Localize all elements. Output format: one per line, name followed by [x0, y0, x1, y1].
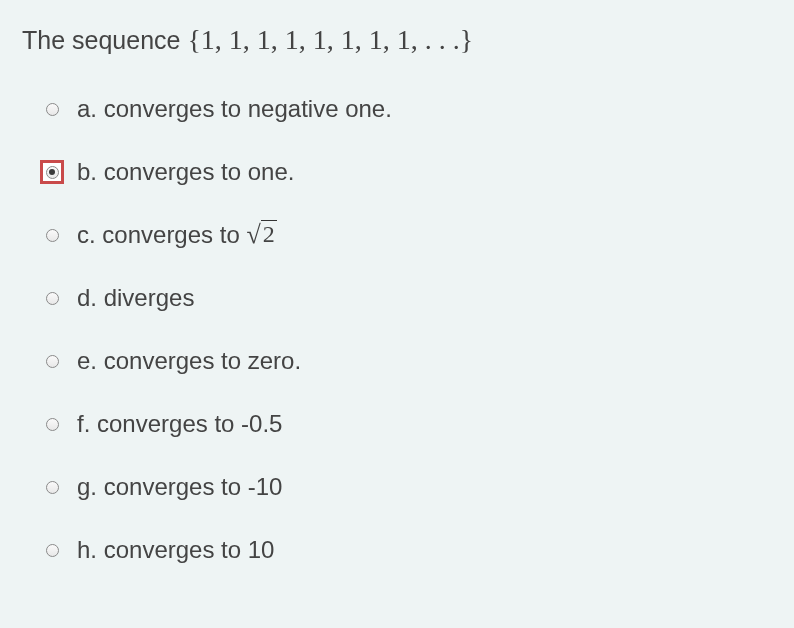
radio-wrapper-g — [40, 475, 64, 499]
question-prefix: The sequence — [22, 26, 187, 54]
radio-a[interactable] — [46, 103, 59, 116]
option-g[interactable]: g. converges to -10 — [40, 472, 772, 502]
radio-b[interactable] — [46, 166, 59, 179]
radio-g[interactable] — [46, 481, 59, 494]
question-math: {1, 1, 1, 1, 1, 1, 1, 1, . . .} — [187, 24, 473, 55]
radio-wrapper-f — [40, 412, 64, 436]
option-label-g: g. converges to -10 — [77, 473, 282, 501]
option-d[interactable]: d. diverges — [40, 283, 772, 313]
option-label-h: h. converges to 10 — [77, 536, 274, 564]
option-e[interactable]: e. converges to zero. — [40, 346, 772, 376]
option-label-c: c. converges to √2 — [77, 220, 277, 250]
radio-h[interactable] — [46, 544, 59, 557]
option-label-f: f. converges to -0.5 — [77, 410, 282, 438]
radio-wrapper-c — [40, 223, 64, 247]
radio-wrapper-a — [40, 97, 64, 121]
options-container: a. converges to negative one. b. converg… — [22, 94, 772, 565]
option-c[interactable]: c. converges to √2 — [40, 220, 772, 250]
option-c-prefix: c. converges to — [77, 221, 246, 248]
sqrt-expression: √2 — [246, 220, 276, 250]
option-label-d: d. diverges — [77, 284, 194, 312]
sqrt-symbol-icon: √ — [246, 220, 260, 249]
option-label-a: a. converges to negative one. — [77, 95, 392, 123]
option-b[interactable]: b. converges to one. — [40, 157, 772, 187]
option-a[interactable]: a. converges to negative one. — [40, 94, 772, 124]
radio-wrapper-b — [40, 160, 64, 184]
option-f[interactable]: f. converges to -0.5 — [40, 409, 772, 439]
radio-wrapper-d — [40, 286, 64, 310]
option-h[interactable]: h. converges to 10 — [40, 535, 772, 565]
radio-c[interactable] — [46, 229, 59, 242]
question-text: The sequence {1, 1, 1, 1, 1, 1, 1, 1, . … — [22, 24, 772, 56]
radio-wrapper-e — [40, 349, 64, 373]
sqrt-arg: 2 — [261, 220, 277, 248]
radio-f[interactable] — [46, 418, 59, 431]
radio-d[interactable] — [46, 292, 59, 305]
option-label-e: e. converges to zero. — [77, 347, 301, 375]
option-label-b: b. converges to one. — [77, 158, 294, 186]
radio-e[interactable] — [46, 355, 59, 368]
radio-wrapper-h — [40, 538, 64, 562]
